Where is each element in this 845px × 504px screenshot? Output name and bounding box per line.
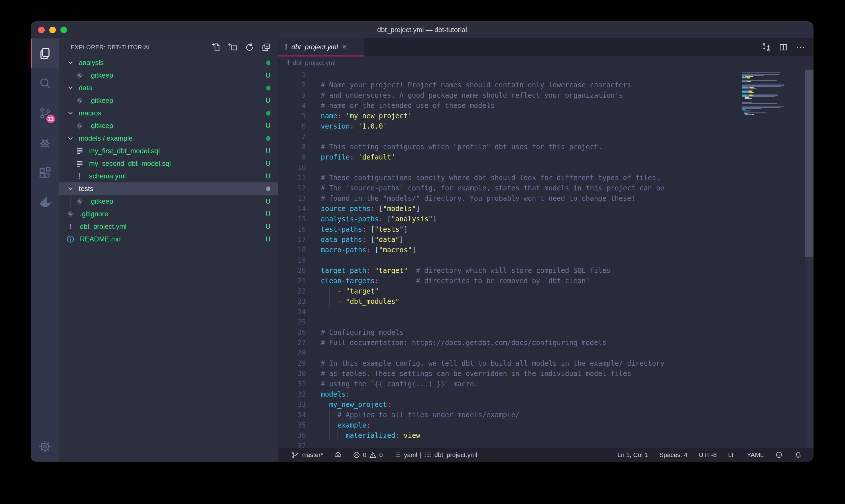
code-line: 21 clean-targets: # directories to be re… (278, 276, 813, 286)
code-line: 15 analysis-paths: ["analysis"] (278, 214, 813, 224)
tree-item-schema-yml[interactable]: !schema.ymlU (59, 170, 278, 182)
collapse-folders-button[interactable] (261, 42, 271, 52)
code-editor[interactable]: 1 2 # Name your project! Project names s… (278, 70, 813, 448)
status-eol[interactable]: LF (728, 451, 736, 459)
line-number: 9 (278, 152, 306, 162)
minimap[interactable] (742, 71, 803, 116)
chevron-down-icon (66, 184, 75, 193)
activitybar-item-extensions[interactable] (31, 158, 59, 187)
code-line: 30 # as tables. These settings can be ov… (278, 368, 813, 379)
tree-item-my-second-dbt-model-sql[interactable]: my_second_dbt_model.sqlU (59, 157, 278, 170)
status-feedback[interactable] (775, 451, 783, 459)
status-sync-status[interactable] (334, 451, 342, 459)
line-number: 24 (278, 307, 306, 317)
code-line: 10 (278, 162, 813, 173)
git-file-icon (75, 121, 84, 130)
tree-item-models-example[interactable]: models / example (59, 132, 278, 145)
tree-indent-guide (70, 195, 71, 208)
more-actions-button[interactable] (796, 42, 806, 52)
code-line: 23 - "dbt_modules" (278, 296, 813, 307)
line-number: 29 (278, 358, 306, 368)
status-encoding[interactable]: UTF-8 (699, 451, 717, 459)
line-number: 34 (278, 410, 306, 420)
git-untracked-badge: U (266, 147, 270, 155)
line-number: 3 (278, 90, 306, 101)
git-untracked-badge: U (266, 210, 270, 218)
code-line: 24 (278, 307, 813, 317)
title-bar[interactable]: dbt_project.yml — dbt-tutorial (31, 21, 813, 38)
activitybar-item-search[interactable] (31, 69, 59, 98)
activitybar-item-source-control[interactable]: 11 (31, 98, 59, 128)
refresh-explorer-button[interactable] (245, 42, 254, 52)
editor-scrollbar[interactable] (805, 70, 813, 448)
git-branch-icon (291, 451, 299, 459)
list-tree-icon (394, 451, 401, 459)
git-status-dot (266, 186, 270, 191)
files-icon (38, 47, 52, 60)
code-line: 4 # name or the intended use of these mo… (278, 101, 813, 111)
status-indentation[interactable]: Spaces: 4 (659, 451, 687, 459)
tree-item-tests[interactable]: tests (59, 182, 278, 195)
tree-item-my-first-dbt-model-sql[interactable]: my_first_dbt_model.sqlU (59, 145, 278, 157)
line-number: 21 (278, 276, 306, 286)
status-problems[interactable]: 00 (353, 451, 383, 459)
line-number: 30 (278, 368, 306, 379)
tree-item-macros[interactable]: macros (59, 107, 278, 120)
tab-dbt-project-yml[interactable]: ! dbt_project.yml × (278, 38, 364, 56)
tree-item-dbt-project-yml[interactable]: !dbt_project.ymlU (59, 220, 278, 233)
close-window-button[interactable] (38, 26, 45, 33)
new-file-button[interactable] (211, 42, 221, 52)
yaml-warning-icon: ! (78, 172, 81, 180)
status-outline[interactable]: yaml|dbt_project.yml (394, 451, 477, 459)
line-number: 6 (278, 121, 306, 131)
status-bar: master*00yaml|dbt_project.yml Ln 1, Col … (278, 448, 813, 462)
activitybar-item-docker[interactable] (31, 187, 59, 217)
tree-item--gitkeep[interactable]: .gitkeepU (59, 94, 278, 107)
explorer-header-title: EXPLORER: DBT-TUTORIAL (71, 44, 211, 51)
git-file-icon (75, 197, 84, 206)
tree-item--gitkeep[interactable]: .gitkeepU (59, 69, 278, 82)
line-number: 25 (278, 317, 306, 327)
file-tree: analysis .gitkeepU data .gitkeepU macros… (59, 56, 278, 462)
tree-item--gitkeep[interactable]: .gitkeepU (59, 195, 278, 208)
code-line: 13 # found in the "models/" directory. Y… (278, 193, 813, 204)
git-untracked-badge: U (266, 198, 270, 205)
activitybar-item-explorer[interactable] (31, 39, 59, 69)
tree-item-analysis[interactable]: analysis (59, 56, 278, 69)
status-notifications[interactable] (794, 451, 802, 459)
tree-item-readme-md[interactable]: README.mdU (59, 233, 278, 246)
code-line: 14 source-paths: ["models"] (278, 204, 813, 214)
bell-icon (794, 451, 802, 459)
new-folder-button[interactable] (228, 42, 238, 52)
editor-actions (761, 38, 813, 56)
tab-bar: ! dbt_project.yml × (278, 38, 813, 56)
tree-item--gitkeep[interactable]: .gitkeepU (59, 120, 278, 132)
code-line: 29 # In this example config, we tell dbt… (278, 358, 813, 368)
git-status-dot (266, 136, 270, 141)
git-file-icon (66, 209, 75, 218)
line-number: 11 (278, 173, 306, 183)
code-line: 32 models: (278, 389, 813, 399)
line-number: 27 (278, 338, 306, 348)
status-git-branch-status[interactable]: master* (291, 451, 323, 459)
status-language-mode[interactable]: YAML (747, 451, 763, 459)
tree-item--gitignore[interactable]: .gitignoreU (59, 208, 278, 220)
close-tab-icon[interactable]: × (342, 43, 347, 51)
line-number: 26 (278, 327, 306, 338)
line-number: 36 (278, 430, 306, 441)
scrollbar-thumb[interactable] (805, 70, 813, 257)
activitybar-item-debug[interactable] (31, 128, 59, 158)
line-number: 37 (278, 441, 306, 448)
minimize-window-button[interactable] (49, 26, 56, 33)
tree-item-data[interactable]: data (59, 82, 278, 94)
zoom-window-button[interactable] (60, 26, 67, 33)
git-untracked-badge: U (266, 223, 270, 231)
code-line: 36 materialized: view (278, 430, 813, 441)
split-editor-button[interactable] (778, 42, 788, 52)
vscode-window: dbt_project.yml — dbt-tutorial 11 EX (31, 21, 813, 462)
git-status-dot (266, 111, 270, 116)
status-cursor-position[interactable]: Ln 1, Col 1 (617, 451, 648, 459)
open-changes-button[interactable] (761, 42, 771, 52)
activitybar-item-manage[interactable] (31, 432, 59, 462)
breadcrumb[interactable]: ! dbt_project.yml (278, 56, 813, 70)
